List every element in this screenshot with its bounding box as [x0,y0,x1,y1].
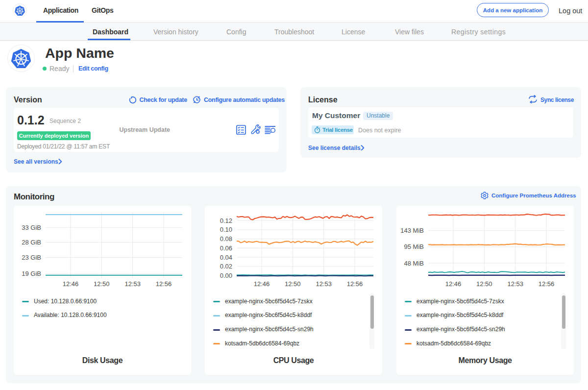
svg-text:0.06: 0.06 [220,244,232,252]
svg-text:19 GiB: 19 GiB [22,270,41,277]
svg-text:12:56: 12:56 [347,280,363,288]
svg-text:12:53: 12:53 [316,280,332,288]
svg-text:12:50: 12:50 [285,280,301,288]
svg-text:143 MiB: 143 MiB [400,227,424,234]
svg-text:12:46: 12:46 [254,280,270,288]
svg-text:12:56: 12:56 [539,280,555,288]
svg-text:23 GiB: 23 GiB [22,254,41,261]
svg-text:48 MiB: 48 MiB [404,260,424,267]
svg-text:12:46: 12:46 [445,280,462,288]
svg-text:0.00: 0.00 [220,272,232,279]
svg-text:28 GiB: 28 GiB [22,239,41,246]
svg-text:0.10: 0.10 [220,226,232,233]
svg-text:12:46: 12:46 [63,280,79,288]
svg-text:12:50: 12:50 [476,280,492,288]
svg-text:12:53: 12:53 [124,280,141,288]
svg-text:33 GiB: 33 GiB [22,224,41,231]
svg-text:95 MiB: 95 MiB [404,243,424,250]
svg-text:0.12: 0.12 [220,217,232,224]
svg-text:0.02: 0.02 [220,263,232,270]
svg-text:0.08: 0.08 [220,235,232,243]
svg-text:12:50: 12:50 [94,280,110,288]
svg-text:12:56: 12:56 [156,280,172,288]
svg-text:0.04: 0.04 [220,254,232,261]
svg-text:12:53: 12:53 [507,280,523,288]
